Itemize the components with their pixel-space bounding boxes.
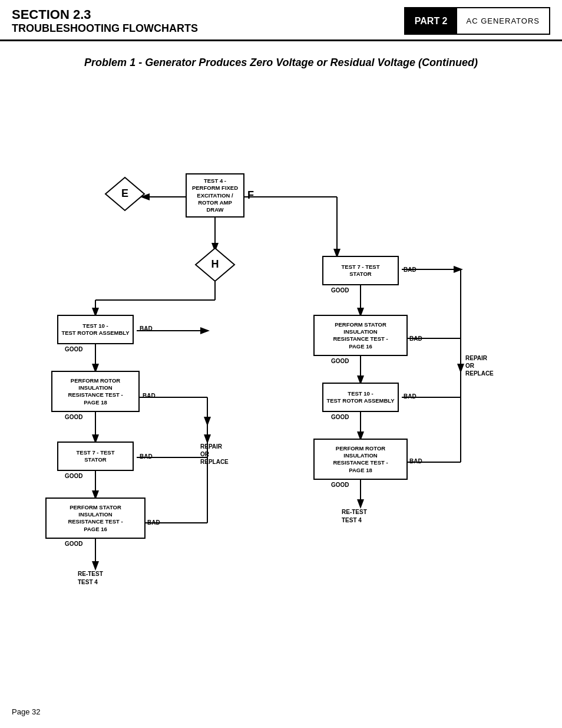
good-label-2: GOOD xyxy=(65,414,83,420)
retest4-right: RE-TESTTEST 4 xyxy=(342,508,367,525)
good-label-8: GOOD xyxy=(331,482,349,488)
retest4-left: RE-TESTTEST 4 xyxy=(78,570,103,587)
test7-left-box: TEST 7 - TESTSTATOR xyxy=(57,442,134,471)
repair-replace-right: REPAIRORREPLACE xyxy=(465,354,494,377)
test10-right-box: TEST 10 -TEST ROTOR ASSEMBLY xyxy=(322,383,399,412)
flowchart: TEST 4 -PERFORM FIXEDEXCITATION /ROTOR A… xyxy=(13,82,549,660)
perform-stator-left-box: PERFORM STATORINSULATIONRESISTANCE TEST … xyxy=(45,498,146,539)
e-label: E xyxy=(121,187,128,200)
bad-label-1: BAD xyxy=(140,325,153,332)
test4-box: TEST 4 -PERFORM FIXEDEXCITATION /ROTOR A… xyxy=(186,173,244,218)
repair-replace-left: REPAIRORREPLACE xyxy=(200,443,229,466)
bad-label-8: BAD xyxy=(409,458,422,465)
h-label: H xyxy=(211,258,219,271)
page-title: Problem 1 - Generator Produces Zero Volt… xyxy=(12,55,550,70)
good-label-7: GOOD xyxy=(331,414,349,420)
perform-rotor-right-box: PERFORM ROTORINSULATIONRESISTANCE TEST -… xyxy=(313,439,408,480)
perform-stator-right-box: PERFORM STATORINSULATIONRESISTANCE TEST … xyxy=(313,315,408,356)
part-label: PART 2 xyxy=(405,8,457,34)
bad-label-6: BAD xyxy=(409,335,422,342)
bad-label-7: BAD xyxy=(404,393,416,400)
h-diamond: H xyxy=(194,247,236,282)
bad-label-3: BAD xyxy=(140,453,153,460)
page-content: Problem 1 - Generator Produces Zero Volt… xyxy=(0,41,562,666)
page-footer: Page 32 xyxy=(12,707,40,716)
header-left: SECTION 2.3 TROUBLESHOOTING FLOWCHARTS xyxy=(12,7,404,35)
good-label-5: GOOD xyxy=(331,287,349,294)
header-right: PART 2 AC GENERATORS xyxy=(404,7,550,35)
good-label-6: GOOD xyxy=(331,358,349,364)
e-diamond: E xyxy=(104,176,146,212)
page-header: SECTION 2.3 TROUBLESHOOTING FLOWCHARTS P… xyxy=(0,0,562,41)
bad-label-5: BAD xyxy=(404,266,416,273)
part-description: AC GENERATORS xyxy=(457,12,549,30)
good-label-1: GOOD xyxy=(65,346,83,353)
good-label-4: GOOD xyxy=(65,541,83,547)
perform-rotor-left-box: PERFORM ROTORINSULATIONRESISTANCE TEST -… xyxy=(51,371,140,412)
f-label: F xyxy=(247,189,254,202)
bad-label-2: BAD xyxy=(143,393,156,399)
good-label-3: GOOD xyxy=(65,473,83,479)
bad-label-4: BAD xyxy=(147,519,160,526)
section-subtitle: TROUBLESHOOTING FLOWCHARTS xyxy=(12,22,404,35)
section-title: SECTION 2.3 xyxy=(12,7,404,22)
test7-right-box: TEST 7 - TESTSTATOR xyxy=(322,256,399,285)
test10-left-box: TEST 10 -TEST ROTOR ASSEMBLY xyxy=(57,315,134,344)
